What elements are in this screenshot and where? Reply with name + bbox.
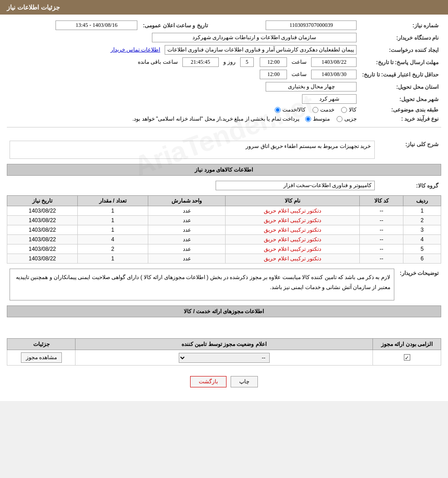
category-row: کالا خدمت کالا/خدمت xyxy=(7,105,359,114)
cell-row-num: 3 xyxy=(403,225,441,235)
category-radio-group: کالا خدمت کالا/خدمت xyxy=(275,107,357,113)
cell-need-date: 1403/08/22 xyxy=(7,254,78,264)
announce-datetime-label: تاریخ و ساعت اعلان عمومی: xyxy=(140,19,212,31)
col-unit: واحد شمارش xyxy=(148,196,225,206)
goods-info-title: اطلاعات کالاهای مورد نیاز xyxy=(7,164,441,176)
goods-group-table: گروه کالا: کامپیوتر و فناوری اطلاعات-سخت… xyxy=(7,179,441,192)
creator-input: پیمان لطفعلیان دهکردی کارشناس آمار و فنا… xyxy=(165,45,357,55)
table-row: 4 -- دتکتور ترکیبی اعلام حریق عدد 4 1403… xyxy=(7,235,441,244)
cell-quantity: 1 xyxy=(78,216,148,225)
cell-product-code: -- xyxy=(360,244,403,254)
permit-row: ✓ -- مشاهده مجوز xyxy=(7,350,441,366)
cell-product-name[interactable]: دتکتور ترکیبی اعلام حریق xyxy=(226,216,360,225)
deadline-date-input: 1403/08/22 xyxy=(311,57,357,67)
announce-datetime-input: 1403/08/16 - 13:45 xyxy=(55,20,137,30)
category-radio-goods[interactable] xyxy=(341,107,347,113)
goods-group-value: کامپیوتر و فناوری اطلاعات-سخت افزار xyxy=(7,179,378,192)
table-row: 1 -- دتکتور ترکیبی اعلام حریق عدد 1 1403… xyxy=(7,206,441,216)
permit-required-cell: ✓ xyxy=(373,350,441,366)
cell-product-code: -- xyxy=(360,225,403,235)
price-deadline-date-input: 1403/08/30 xyxy=(311,70,357,79)
category-radio-service[interactable] xyxy=(312,107,318,113)
creator-contact-link[interactable]: اطلاعات تماس خریدار xyxy=(111,46,161,53)
category-option-goods[interactable]: کالا xyxy=(341,107,357,113)
need-number-label: شماره نیاز: xyxy=(359,19,441,31)
page-title: جزئیات اطلاعات نیاز xyxy=(7,4,60,11)
deadline-time-input: 12:00 xyxy=(260,57,287,67)
price-deadline-label: حداقل تاریخ اعتبار قیمت: تا تاریخ: xyxy=(359,68,441,81)
cell-product-code: -- xyxy=(360,254,403,264)
category-option-both[interactable]: کالا/خدمت xyxy=(275,107,306,113)
cell-product-name[interactable]: دتکتور ترکیبی اعلام حریق xyxy=(226,235,360,244)
city-value: شهر کرد xyxy=(7,93,359,105)
permit-table: الزامی بودن ارائه مجوز اعلام وضعیت مجوز … xyxy=(7,338,441,366)
creator-label: ایجاد کننده درخواست: xyxy=(359,44,441,56)
cell-need-date: 1403/08/22 xyxy=(7,235,78,244)
cell-need-date: 1403/08/22 xyxy=(7,244,78,254)
page-wrapper: جزئیات اطلاعات نیاز شماره نیاز: 11030937… xyxy=(0,0,448,401)
permit-col-details: جزئیات xyxy=(7,339,76,350)
cell-row-num: 2 xyxy=(403,216,441,225)
deadline-remaining-input: 21:45:45 xyxy=(182,57,219,67)
cell-unit: عدد xyxy=(148,225,225,235)
province-value: چهار محال و بختیاری xyxy=(7,81,359,93)
process-radio-partial[interactable] xyxy=(337,116,342,122)
cell-row-num: 6 xyxy=(403,254,441,264)
table-row: 2 -- دتکتور ترکیبی اعلام حریق عدد 1 1403… xyxy=(7,216,441,225)
cell-product-name[interactable]: دتکتور ترکیبی اعلام حریق xyxy=(226,225,360,235)
process-radio-medium[interactable] xyxy=(305,116,311,122)
permit-status-cell: -- xyxy=(76,350,373,366)
process-type-medium[interactable]: متوسط xyxy=(305,116,330,122)
cell-unit: عدد xyxy=(148,235,225,244)
city-input: شهر کرد xyxy=(302,94,357,104)
need-number-input: 1103093707000039 xyxy=(266,20,357,30)
buyer-notes-box: لازم به ذکر می باشد که تامین کننده کالا … xyxy=(10,269,394,300)
permit-details-cell: مشاهده مجوز xyxy=(7,350,76,366)
deadline-days-label: روز و xyxy=(223,59,236,65)
category-both-label: کالا/خدمت xyxy=(282,107,306,113)
print-button[interactable]: چاپ xyxy=(231,376,258,387)
cell-product-name[interactable]: دتکتور ترکیبی اعلام حریق xyxy=(226,206,360,216)
general-desc-label: شرح کلی نیاز: xyxy=(378,139,441,160)
col-quantity: تعداد / مقدار xyxy=(78,196,148,206)
view-permit-button[interactable]: مشاهده مجوز xyxy=(21,352,62,363)
footer-buttons: چاپ بازگشت xyxy=(7,369,441,397)
permit-col-status: اعلام وضعیت مجوز توسط تامین کننده xyxy=(76,339,373,350)
category-label: طبقه بندی موضوعی: xyxy=(359,105,441,114)
category-option-service[interactable]: خدمت xyxy=(312,107,334,113)
cell-quantity: 2 xyxy=(78,244,148,254)
deadline-row: 1403/08/22 ساعت 12:00 5 روز و 21:45:45 س… xyxy=(7,56,359,68)
col-row-num: ردیف xyxy=(403,196,441,206)
buyer-notes-text: لازم به ذکر می باشد که تامین کننده کالا … xyxy=(16,274,390,290)
process-type-note: پرداخت تمام یا بخشی از مبلغ خرید،از محل … xyxy=(132,116,299,122)
deadline-days-input: 5 xyxy=(240,57,254,67)
creator-value: پیمان لطفعلیان دهکردی کارشناس آمار و فنا… xyxy=(7,44,359,56)
category-service-label: خدمت xyxy=(320,107,334,113)
buyer-notes-label: توضیحات خریدار: xyxy=(397,267,441,302)
watermark-container: AriaTender.net xyxy=(7,130,441,139)
page-header: جزئیات اطلاعات نیاز xyxy=(0,0,448,15)
general-desc-table: شرح کلی نیاز: خرید تجهیزات مربوط به سیست… xyxy=(7,139,441,160)
cell-product-code: -- xyxy=(360,216,403,225)
goods-group-input: کامپیوتر و فناوری اطلاعات-سخت افزار xyxy=(216,181,375,190)
cell-unit: عدد xyxy=(148,244,225,254)
permit-checkbox: ✓ xyxy=(404,354,410,361)
cell-product-name[interactable]: دتکتور ترکیبی اعلام حریق xyxy=(226,254,360,264)
deadline-time-label: ساعت xyxy=(292,59,307,65)
cell-quantity: 4 xyxy=(78,235,148,244)
cell-unit: عدد xyxy=(148,216,225,225)
cell-product-code: -- xyxy=(360,206,403,216)
cell-unit: عدد xyxy=(148,254,225,264)
deadline-remaining-label: ساعت باقی مانده xyxy=(138,59,178,65)
category-radio-both[interactable] xyxy=(275,107,281,113)
org-name-input: سازمان فناوری اطلاعات و ارتباطات شهرداری… xyxy=(152,33,357,42)
cell-product-name[interactable]: دتکتور ترکیبی اعلام حریق xyxy=(226,244,360,254)
permit-status-select[interactable]: -- xyxy=(179,353,270,363)
goods-group-label: گروه کالا: xyxy=(378,179,441,192)
back-button[interactable]: بازگشت xyxy=(190,376,227,387)
process-type-partial[interactable]: جزیی xyxy=(337,116,357,122)
content-area: شماره نیاز: 1103093707000039 تاریخ و ساع… xyxy=(0,15,448,401)
category-goods-label: کالا xyxy=(349,107,357,113)
announce-datetime-value: 1403/08/16 - 13:45 xyxy=(7,19,140,31)
org-name-label: نام دستگاه خریدار: xyxy=(359,31,441,44)
